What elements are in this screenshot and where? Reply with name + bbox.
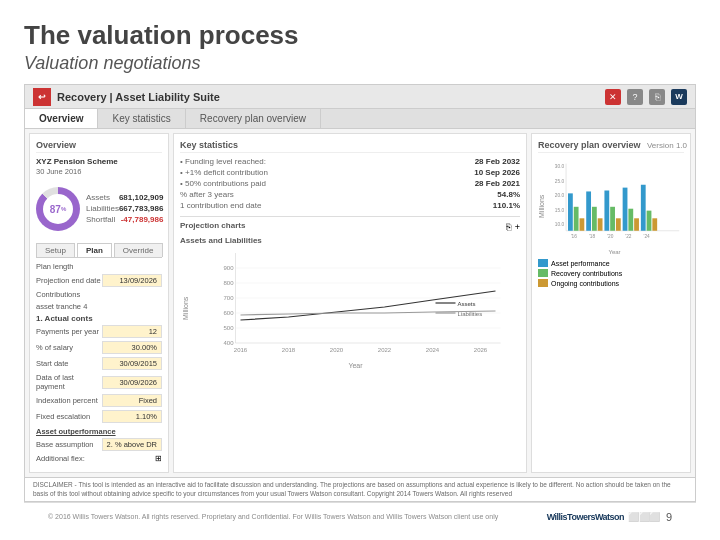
svg-text:800: 800 — [223, 280, 234, 286]
middle-column: Key statistics • Funding level reached: … — [173, 133, 527, 473]
svg-text:2018: 2018 — [282, 347, 296, 353]
svg-rect-32 — [580, 218, 585, 230]
projection-charts-title: Projection charts — [180, 221, 245, 230]
pct-salary-row: % of salary 30.00% — [36, 341, 162, 354]
svg-text:2026: 2026 — [474, 347, 488, 353]
key-stat-3: % after 3 years 54.8% — [180, 190, 520, 199]
tab-overview[interactable]: Overview — [25, 109, 98, 128]
scheme-date: 30 June 2016 — [36, 167, 162, 176]
svg-text:2022: 2022 — [378, 347, 392, 353]
svg-rect-38 — [616, 218, 621, 230]
svg-rect-43 — [647, 211, 652, 231]
app-logo-icon: ↩ — [33, 88, 51, 106]
legend-ongoing-contributions: Ongoing contributions — [538, 279, 684, 287]
svg-text:15.0: 15.0 — [555, 208, 565, 213]
overview-section-title: Overview — [36, 140, 162, 153]
svg-rect-31 — [574, 207, 579, 231]
svg-text:700: 700 — [223, 295, 234, 301]
tranche-label: asset tranche 4 — [36, 302, 162, 311]
screenshot-frame: ↩ Recovery | Asset Liability Suite ✕ ? ⎘… — [24, 84, 696, 502]
svg-text:'24: '24 — [643, 235, 650, 240]
svg-text:'22: '22 — [625, 235, 632, 240]
chart-expand-icon[interactable]: + — [515, 222, 520, 232]
svg-rect-34 — [592, 207, 597, 231]
setup-subtabs: Setup Plan Override — [36, 243, 162, 258]
svg-rect-30 — [568, 193, 573, 230]
svg-text:25.0: 25.0 — [555, 179, 565, 184]
svg-text:2016: 2016 — [234, 347, 248, 353]
help-icon[interactable]: ? — [627, 89, 643, 105]
assets-row: Assets 681,102,909 — [86, 193, 163, 202]
svg-text:'16: '16 — [571, 235, 578, 240]
contributions-row: Contributions — [36, 290, 162, 299]
wtw-logo: WillisTowersWatson ⬜⬜⬜ — [547, 511, 660, 522]
legend-ongoing-color — [538, 279, 548, 287]
topbar-left: ↩ Recovery | Asset Liability Suite — [33, 88, 220, 106]
plan-length-row: Plan length — [36, 262, 162, 271]
legend-asset-performance: Asset performance — [538, 259, 684, 267]
svg-text:20.0: 20.0 — [555, 193, 565, 198]
key-stat-4: 1 contribution end date 110.1% — [180, 201, 520, 210]
brand-icon: W — [671, 89, 687, 105]
projection-end-row: Projection end date 13/09/2026 — [36, 274, 162, 287]
x-axis-label: Year — [191, 362, 520, 369]
assets-liabilities-chart: 900 800 700 600 500 400 — [191, 248, 520, 358]
page-footer: © 2016 Willis Towers Watson. All rights … — [24, 502, 696, 530]
legend-asset-color — [538, 259, 548, 267]
donut-value: 87% — [43, 194, 73, 224]
svg-rect-39 — [623, 188, 628, 231]
tab-recovery-plan[interactable]: Recovery plan overview — [186, 109, 321, 128]
svg-text:2024: 2024 — [426, 347, 440, 353]
svg-text:2020: 2020 — [330, 347, 344, 353]
page-number: 9 — [666, 511, 672, 523]
svg-rect-37 — [610, 207, 615, 231]
shortfall-row: Shortfall -47,789,986 — [86, 215, 163, 224]
svg-text:Liabilities: Liabilities — [458, 311, 483, 317]
svg-rect-44 — [652, 218, 657, 230]
right-column: Recovery plan overview Millions 30.0 — [531, 133, 691, 473]
svg-rect-42 — [641, 185, 646, 231]
tab-key-statistics[interactable]: Key statistics — [98, 109, 185, 128]
recovery-x-label: Year — [545, 249, 684, 255]
svg-text:30.0: 30.0 — [555, 165, 565, 170]
subtab-setup[interactable]: Setup — [36, 243, 75, 257]
indexation-row: Indexation percent Fixed — [36, 394, 162, 407]
key-stat-0: • Funding level reached: 28 Feb 2032 — [180, 157, 520, 166]
overview-stats: Assets 681,102,909 Liabilities 667,783,9… — [86, 193, 163, 226]
additional-flex-row: Additional flex: ⊞ — [36, 454, 162, 463]
chart-copy-icon[interactable]: ⎘ — [506, 222, 511, 232]
donut-chart-area: 87% — [36, 187, 80, 231]
subtab-override[interactable]: Override — [114, 243, 163, 257]
svg-text:'20: '20 — [607, 235, 614, 240]
svg-text:900: 900 — [223, 265, 234, 271]
app-topbar: ↩ Recovery | Asset Liability Suite ✕ ? ⎘… — [25, 85, 695, 109]
line-chart-container: Millions — [180, 248, 520, 369]
footer-right: WillisTowersWatson ⬜⬜⬜ 9 — [547, 511, 672, 523]
fixed-escalation-row: Fixed escalation 1.10% — [36, 410, 162, 423]
legend-recovery-color — [538, 269, 548, 277]
page-subtitle: Valuation negotiations — [24, 53, 696, 74]
projection-charts-section: Projection charts ⎘ + Assets and Liabili… — [180, 216, 520, 369]
svg-text:10.0: 10.0 — [555, 222, 565, 227]
bar-chart-container: Millions 30.0 25.0 20.0 — [538, 157, 684, 255]
legend-recovery-contributions: Recovery contributions — [538, 269, 684, 277]
copy-icon[interactable]: ⎘ — [649, 89, 665, 105]
svg-rect-35 — [598, 218, 603, 230]
subtab-plan[interactable]: Plan — [77, 243, 112, 257]
disclaimer: DISCLAIMER - This tool is intended as an… — [25, 477, 695, 501]
additional-flex-icons[interactable]: ⊞ — [155, 454, 162, 463]
key-stats-title: Key statistics — [180, 140, 520, 153]
svg-text:400: 400 — [223, 340, 234, 346]
assets-liabilities-title: Assets and Liabilities — [180, 236, 520, 245]
key-stat-1: • +1% deficit contribution 10 Sep 2026 — [180, 168, 520, 177]
recovery-legend: Asset performance Recovery contributions… — [538, 259, 684, 287]
tranche-header: 1. Actual conts — [36, 314, 162, 323]
page-container: The valuation process Valuation negotiat… — [0, 0, 720, 540]
close-icon[interactable]: ✕ — [605, 89, 621, 105]
start-date-row: Start date 30/09/2015 — [36, 357, 162, 370]
app-title: Recovery | Asset Liability Suite — [57, 91, 220, 103]
key-stats-section: Key statistics • Funding level reached: … — [180, 140, 520, 210]
key-stat-2: • 50% contributions paid 28 Feb 2021 — [180, 179, 520, 188]
svg-text:500: 500 — [223, 325, 234, 331]
footer-copyright: © 2016 Willis Towers Watson. All rights … — [48, 513, 498, 520]
